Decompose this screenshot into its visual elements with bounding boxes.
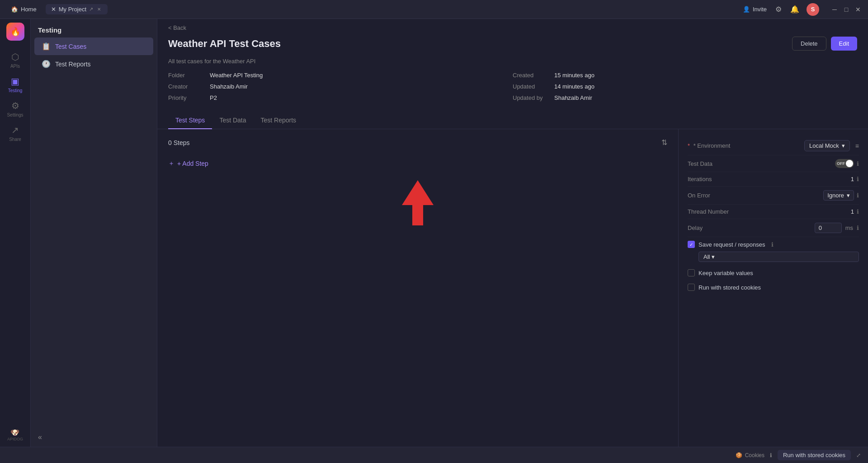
on-error-label: On Error [688,192,742,199]
add-step-label: + Add Step [177,160,208,167]
close-tab-icon[interactable]: ✕ [96,6,102,13]
share-label: Share [9,137,21,142]
info-icon-save[interactable]: ℹ [771,241,774,248]
left-panel: Testing 📋 Test Cases 🕐 Test Reports « [31,19,157,447]
content-split: 0 Steps ⇅ ＋ + Add Step [157,129,868,447]
info-icon-delay[interactable]: ℹ [857,224,859,231]
meta-updated: Updated 14 minutes ago [513,83,857,90]
info-bottom-icon[interactable]: ℹ [770,452,772,458]
home-tab[interactable]: 🏠 Home [5,4,42,14]
save-responses-label: Save request / responses [698,241,765,248]
all-dropdown-label: All [703,253,710,260]
priority-label: Priority [168,94,204,101]
settings-icon[interactable]: ⚙ [774,5,783,14]
info-icon-test-data[interactable]: ℹ [857,160,859,167]
bell-icon[interactable]: 🔔 [790,5,799,14]
project-tab[interactable]: ✕ My Project ↗ ✕ [46,4,108,14]
iterations-row: Iterations 1 ℹ [688,172,859,187]
maximize-button[interactable]: □ [842,5,851,14]
apidog-logo: 🐶 APIDOG [7,428,23,441]
save-responses-checkbox[interactable]: ✓ [688,241,695,248]
invite-button[interactable]: 👤 Invite [743,6,767,13]
keep-variable-label: Keep variable values [698,270,753,276]
project-icon: ✕ [51,6,56,13]
page-header: Weather API Test Cases Delete Edit [157,37,868,58]
info-icon-iterations[interactable]: ℹ [857,176,859,182]
arrow-up-svg [402,180,434,225]
sort-icon[interactable]: ⇅ [661,138,667,147]
test-cases-icon: 📋 [42,42,51,51]
cookies-button[interactable]: 🍪 Cookies [736,452,764,458]
plus-icon: ＋ [168,159,175,168]
collapse-button[interactable]: « [31,428,157,447]
env-menu-icon[interactable]: ≡ [855,142,859,150]
minimize-button[interactable]: ─ [830,5,839,14]
close-button[interactable]: ✕ [854,5,863,14]
nav-item-test-reports[interactable]: 🕐 Test Reports [34,55,153,73]
keep-variable-checkbox[interactable] [688,269,695,276]
meta-creator: Creator Shahzaib Amir [168,83,513,90]
test-data-toggle[interactable]: OFF [835,159,854,168]
sidebar-item-share[interactable]: ↗ Share [0,121,30,145]
breadcrumb[interactable]: < Back [157,19,868,37]
on-error-value: Ignore ▾ ℹ [823,190,859,201]
meta-folder: Folder Weather API Testing [168,72,513,79]
required-star: * [688,142,690,149]
save-responses-row: ✓ Save request / responses ℹ [688,237,859,252]
checkmark-icon: ✓ [689,242,693,247]
updated-label: Updated [513,83,549,90]
tab-test-steps[interactable]: Test Steps [168,112,212,129]
env-select-text: Local Mock [809,142,839,149]
nav-item-test-cases[interactable]: 📋 Test Cases [34,37,153,55]
creator-value: Shahzaib Amir [210,83,248,90]
external-link-icon: ↗ [89,6,93,12]
bottom-bar: 🍪 Cookies ℹ Run with stored cookies ⤢ [0,447,868,463]
window-controls: ─ □ ✕ [830,5,863,14]
expand-icon[interactable]: ⤢ [856,452,861,458]
sidebar-item-testing[interactable]: ▣ Testing [0,72,30,97]
thread-number-text: 1 [851,208,854,215]
iterations-value: 1 ℹ [851,176,859,182]
updated-by-label: Updated by [513,94,549,101]
toggle-off-text: OFF [837,161,845,166]
delay-label: Delay [688,224,742,231]
share-icon: ↗ [10,125,21,136]
invite-icon: 👤 [743,6,750,13]
priority-value: P2 [210,94,217,101]
apis-label: APIs [10,64,20,69]
chevron-left-icon: « [38,433,42,441]
info-icon-bottom: ℹ [770,452,772,458]
info-icon-thread[interactable]: ℹ [857,208,859,215]
chevron-down-icon: ▾ [842,142,845,149]
on-error-chevron-icon: ▾ [847,192,850,199]
page-title: Weather API Test Cases [168,38,281,50]
delay-unit: ms [845,224,853,231]
right-panel: * * Environment Local Mock ▾ ≡ Test Data [678,129,868,447]
environment-value: Local Mock ▾ ≡ [804,140,859,151]
sidebar-item-apis[interactable]: ⬡ APIs [0,48,30,72]
delete-button[interactable]: Delete [792,37,826,51]
edit-button[interactable]: Edit [831,37,857,51]
thread-number-value: 1 ℹ [851,208,859,215]
tab-test-reports[interactable]: Test Reports [254,112,304,129]
all-dropdown[interactable]: All ▾ [698,252,859,262]
delay-input[interactable]: 0 [815,223,842,233]
run-cookies-checkbox[interactable] [688,284,695,291]
info-icon-on-error[interactable]: ℹ [857,192,859,199]
test-data-value: OFF ℹ [835,159,859,168]
creator-label: Creator [168,83,204,90]
test-cases-label: Test Cases [55,43,86,50]
environment-row: * * Environment Local Mock ▾ ≡ [688,136,859,155]
updated-by-value: Shahzaib Amir [554,94,592,101]
iterations-label: Iterations [688,176,742,182]
steps-header: 0 Steps ⇅ [168,138,667,147]
add-step-button[interactable]: ＋ + Add Step [168,156,667,171]
tab-test-data[interactable]: Test Data [212,112,253,129]
environment-select[interactable]: Local Mock ▾ [804,140,850,151]
on-error-select[interactable]: Ignore ▾ [823,190,854,201]
run-with-cookies-button[interactable]: Run with stored cookies [778,450,851,460]
avatar[interactable]: S [807,3,819,16]
header-actions: Delete Edit [792,37,857,51]
testing-icon: ▣ [10,76,21,87]
sidebar-item-settings[interactable]: ⚙ Settings [0,97,30,121]
